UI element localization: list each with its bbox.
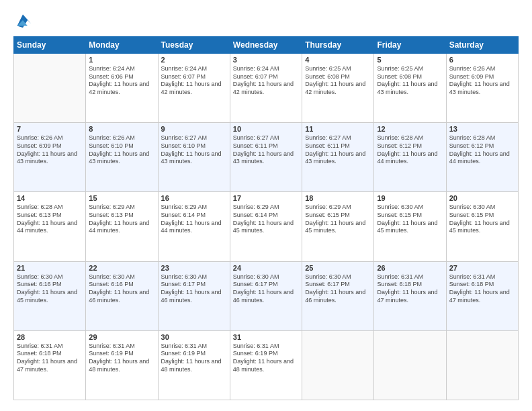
day-number: 28	[17, 333, 83, 341]
calendar-cell: 25Sunrise: 6:30 AM Sunset: 6:17 PM Dayli…	[302, 261, 374, 330]
day-info: Sunrise: 6:28 AM Sunset: 6:12 PM Dayligh…	[377, 134, 443, 166]
calendar-cell: 9Sunrise: 6:27 AM Sunset: 6:10 PM Daylig…	[158, 123, 230, 192]
calendar-cell	[374, 330, 446, 400]
calendar-header-row: SundayMondayTuesdayWednesdayThursdayFrid…	[14, 37, 519, 54]
calendar-cell: 3Sunrise: 6:24 AM Sunset: 6:07 PM Daylig…	[230, 54, 302, 123]
calendar-table: SundayMondayTuesdayWednesdayThursdayFrid…	[13, 36, 519, 400]
day-info: Sunrise: 6:29 AM Sunset: 6:14 PM Dayligh…	[233, 203, 299, 235]
calendar-week-3: 21Sunrise: 6:30 AM Sunset: 6:16 PM Dayli…	[14, 261, 519, 330]
day-info: Sunrise: 6:31 AM Sunset: 6:18 PM Dayligh…	[377, 273, 443, 305]
day-number: 15	[89, 194, 154, 202]
calendar-week-2: 14Sunrise: 6:28 AM Sunset: 6:13 PM Dayli…	[14, 192, 519, 261]
logo-icon	[13, 11, 32, 30]
day-number: 5	[377, 56, 443, 64]
calendar-week-0: 1Sunrise: 6:24 AM Sunset: 6:06 PM Daylig…	[14, 54, 519, 123]
day-number: 30	[161, 333, 227, 341]
day-number: 12	[377, 125, 443, 133]
calendar-cell	[446, 330, 518, 400]
calendar-cell: 1Sunrise: 6:24 AM Sunset: 6:06 PM Daylig…	[86, 54, 158, 123]
day-number: 23	[161, 264, 227, 272]
day-number: 4	[305, 56, 371, 64]
calendar-cell: 8Sunrise: 6:26 AM Sunset: 6:10 PM Daylig…	[86, 123, 158, 192]
day-info: Sunrise: 6:24 AM Sunset: 6:07 PM Dayligh…	[161, 65, 227, 97]
logo	[13, 11, 35, 30]
day-info: Sunrise: 6:30 AM Sunset: 6:17 PM Dayligh…	[305, 273, 371, 305]
day-info: Sunrise: 6:29 AM Sunset: 6:14 PM Dayligh…	[161, 203, 227, 235]
day-info: Sunrise: 6:30 AM Sunset: 6:15 PM Dayligh…	[377, 203, 443, 235]
day-number: 3	[233, 56, 299, 64]
day-number: 26	[377, 264, 443, 272]
calendar-cell: 22Sunrise: 6:30 AM Sunset: 6:16 PM Dayli…	[86, 261, 158, 330]
calendar-cell: 21Sunrise: 6:30 AM Sunset: 6:16 PM Dayli…	[14, 261, 86, 330]
day-number: 20	[449, 194, 515, 202]
day-number: 7	[17, 125, 83, 133]
day-number: 29	[89, 333, 154, 341]
day-info: Sunrise: 6:26 AM Sunset: 6:09 PM Dayligh…	[449, 65, 515, 97]
day-header-tuesday: Tuesday	[158, 37, 230, 54]
day-number: 18	[305, 194, 371, 202]
day-info: Sunrise: 6:29 AM Sunset: 6:13 PM Dayligh…	[89, 203, 154, 235]
calendar-cell: 24Sunrise: 6:30 AM Sunset: 6:17 PM Dayli…	[230, 261, 302, 330]
day-number: 25	[305, 264, 371, 272]
day-header-sunday: Sunday	[14, 37, 86, 54]
day-number: 16	[161, 194, 227, 202]
day-number: 14	[17, 194, 83, 202]
day-number: 27	[449, 264, 515, 272]
day-info: Sunrise: 6:24 AM Sunset: 6:07 PM Dayligh…	[233, 65, 299, 97]
day-info: Sunrise: 6:30 AM Sunset: 6:17 PM Dayligh…	[233, 273, 299, 305]
calendar-cell: 2Sunrise: 6:24 AM Sunset: 6:07 PM Daylig…	[158, 54, 230, 123]
calendar-cell: 12Sunrise: 6:28 AM Sunset: 6:12 PM Dayli…	[374, 123, 446, 192]
calendar-cell: 27Sunrise: 6:31 AM Sunset: 6:18 PM Dayli…	[446, 261, 518, 330]
day-info: Sunrise: 6:27 AM Sunset: 6:11 PM Dayligh…	[233, 134, 299, 166]
day-number: 22	[89, 264, 154, 272]
calendar-cell: 6Sunrise: 6:26 AM Sunset: 6:09 PM Daylig…	[446, 54, 518, 123]
page: SundayMondayTuesdayWednesdayThursdayFrid…	[0, 0, 532, 411]
day-header-saturday: Saturday	[446, 37, 518, 54]
day-number: 11	[305, 125, 371, 133]
calendar-cell: 11Sunrise: 6:27 AM Sunset: 6:11 PM Dayli…	[302, 123, 374, 192]
day-info: Sunrise: 6:25 AM Sunset: 6:08 PM Dayligh…	[305, 65, 371, 97]
day-info: Sunrise: 6:31 AM Sunset: 6:18 PM Dayligh…	[449, 273, 515, 305]
calendar-cell	[302, 330, 374, 400]
day-info: Sunrise: 6:30 AM Sunset: 6:16 PM Dayligh…	[89, 273, 154, 305]
calendar-cell: 16Sunrise: 6:29 AM Sunset: 6:14 PM Dayli…	[158, 192, 230, 261]
day-info: Sunrise: 6:30 AM Sunset: 6:15 PM Dayligh…	[449, 203, 515, 235]
day-info: Sunrise: 6:31 AM Sunset: 6:19 PM Dayligh…	[89, 342, 154, 374]
day-info: Sunrise: 6:27 AM Sunset: 6:10 PM Dayligh…	[161, 134, 227, 166]
header	[13, 11, 519, 30]
day-info: Sunrise: 6:31 AM Sunset: 6:19 PM Dayligh…	[233, 342, 299, 374]
calendar-cell: 29Sunrise: 6:31 AM Sunset: 6:19 PM Dayli…	[86, 330, 158, 400]
day-number: 13	[449, 125, 515, 133]
day-number: 8	[89, 125, 154, 133]
day-info: Sunrise: 6:28 AM Sunset: 6:12 PM Dayligh…	[449, 134, 515, 166]
calendar-cell: 15Sunrise: 6:29 AM Sunset: 6:13 PM Dayli…	[86, 192, 158, 261]
calendar-week-4: 28Sunrise: 6:31 AM Sunset: 6:18 PM Dayli…	[14, 330, 519, 400]
calendar-cell: 4Sunrise: 6:25 AM Sunset: 6:08 PM Daylig…	[302, 54, 374, 123]
calendar-cell: 23Sunrise: 6:30 AM Sunset: 6:17 PM Dayli…	[158, 261, 230, 330]
calendar-week-1: 7Sunrise: 6:26 AM Sunset: 6:09 PM Daylig…	[14, 123, 519, 192]
calendar-cell	[14, 54, 86, 123]
day-number: 31	[233, 333, 299, 341]
day-info: Sunrise: 6:31 AM Sunset: 6:19 PM Dayligh…	[161, 342, 227, 374]
day-header-wednesday: Wednesday	[230, 37, 302, 54]
day-number: 9	[161, 125, 227, 133]
day-number: 1	[89, 56, 154, 64]
day-header-monday: Monday	[86, 37, 158, 54]
day-info: Sunrise: 6:24 AM Sunset: 6:06 PM Dayligh…	[89, 65, 154, 97]
calendar-cell: 19Sunrise: 6:30 AM Sunset: 6:15 PM Dayli…	[374, 192, 446, 261]
day-info: Sunrise: 6:28 AM Sunset: 6:13 PM Dayligh…	[17, 203, 83, 235]
calendar-cell: 18Sunrise: 6:29 AM Sunset: 6:15 PM Dayli…	[302, 192, 374, 261]
day-info: Sunrise: 6:25 AM Sunset: 6:08 PM Dayligh…	[377, 65, 443, 97]
day-info: Sunrise: 6:29 AM Sunset: 6:15 PM Dayligh…	[305, 203, 371, 235]
calendar-cell: 28Sunrise: 6:31 AM Sunset: 6:18 PM Dayli…	[14, 330, 86, 400]
day-info: Sunrise: 6:27 AM Sunset: 6:11 PM Dayligh…	[305, 134, 371, 166]
day-number: 24	[233, 264, 299, 272]
calendar-cell: 10Sunrise: 6:27 AM Sunset: 6:11 PM Dayli…	[230, 123, 302, 192]
calendar-cell: 17Sunrise: 6:29 AM Sunset: 6:14 PM Dayli…	[230, 192, 302, 261]
calendar-cell: 14Sunrise: 6:28 AM Sunset: 6:13 PM Dayli…	[14, 192, 86, 261]
day-header-thursday: Thursday	[302, 37, 374, 54]
day-info: Sunrise: 6:30 AM Sunset: 6:16 PM Dayligh…	[17, 273, 83, 305]
calendar-cell: 20Sunrise: 6:30 AM Sunset: 6:15 PM Dayli…	[446, 192, 518, 261]
calendar-cell: 30Sunrise: 6:31 AM Sunset: 6:19 PM Dayli…	[158, 330, 230, 400]
calendar-cell: 26Sunrise: 6:31 AM Sunset: 6:18 PM Dayli…	[374, 261, 446, 330]
